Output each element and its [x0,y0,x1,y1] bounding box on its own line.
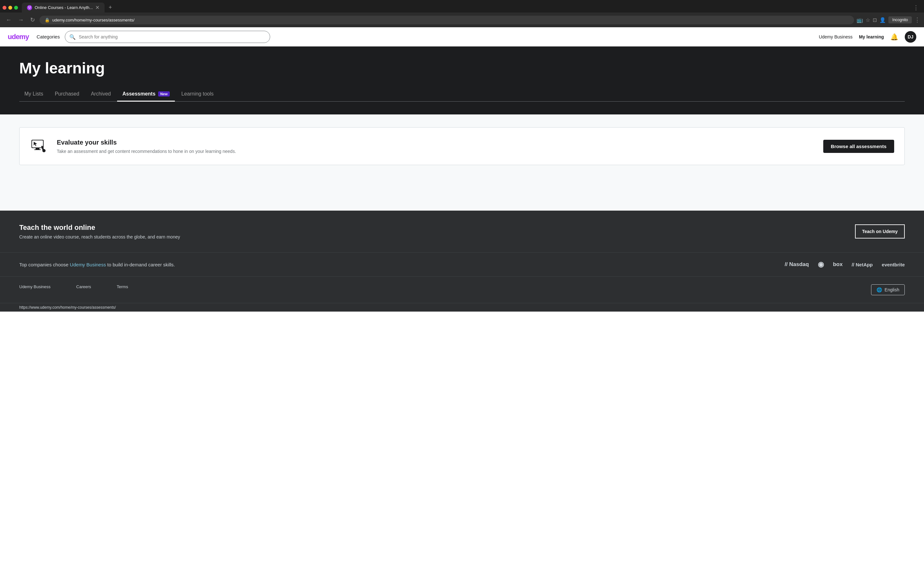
minimize-window-button[interactable] [8,6,12,10]
footer-col-business: Udemy Business [19,284,51,289]
browser-tab-bar: U Online Courses - Learn Anyth... ✕ + ⋮ [0,0,924,13]
notifications-bell[interactable]: 🔔 [890,33,898,41]
footer-teach-title: Teach the world online [19,223,180,232]
language-label: English [885,287,899,292]
language-selector: 🌐 English [871,284,905,295]
svg-rect-3 [34,149,41,150]
page-title: My learning [19,59,905,77]
tab-purchased[interactable]: Purchased [50,87,85,102]
tab-favicon: U [27,5,32,10]
categories-nav[interactable]: Categories [37,34,60,39]
status-url: https://www.udemy.com/home/my-courses/as… [19,305,116,309]
udemy-business-footer-link[interactable]: Udemy Business [70,262,106,268]
footer-link-udemy-business[interactable]: Udemy Business [19,284,51,289]
browser-tab-active[interactable]: U Online Courses - Learn Anyth... ✕ [22,3,105,13]
footer-links-section: Udemy Business Careers Terms 🌐 English [0,276,924,303]
my-learning-link[interactable]: My learning [859,34,884,39]
netapp-logo: // NetApp [851,262,873,268]
maximize-window-button[interactable] [14,6,18,10]
tab-assessments[interactable]: AssessmentsNew [117,87,175,102]
svg-rect-2 [36,148,39,149]
assessment-text: Evaluate your skills Take an assessment … [57,139,816,154]
url-text: udemy.com/home/my-courses/assessments/ [52,18,849,23]
teach-on-udemy-button[interactable]: Teach on Udemy [855,224,905,239]
user-avatar[interactable]: DJ [905,31,916,43]
assessment-card-desc: Take an assessment and get content recom… [57,149,816,154]
search-bar: 🔍 [65,31,270,43]
back-button[interactable]: ← [4,15,13,25]
companies-text-after: to build in-demand career skills. [106,262,175,268]
companies-text-before: Top companies choose [19,262,70,268]
browse-assessments-button[interactable]: Browse all assessments [823,140,894,153]
tabs-bar: My ListsPurchasedArchivedAssessmentsNewL… [19,87,905,102]
tab-badge-assessments: New [158,91,170,97]
udemy-header: udemy Categories 🔍 Udemy Business My lea… [0,27,924,47]
assessment-card: Evaluate your skills Take an assessment … [19,127,905,165]
browser-more-button[interactable]: ⋮ [911,3,921,13]
sidebar-icon[interactable]: ⊡ [873,17,877,23]
main-content: Evaluate your skills Take an assessment … [0,114,924,211]
logo-text: udemy [8,33,29,41]
lock-icon: 🔒 [45,18,50,23]
reload-button[interactable]: ↻ [28,15,37,25]
bookmark-icon[interactable]: ☆ [866,17,870,23]
close-window-button[interactable] [3,6,6,10]
udemy-logo[interactable]: udemy [8,33,29,41]
browser-chrome: U Online Courses - Learn Anyth... ✕ + ⋮ … [0,0,924,27]
toolbar-icons: 📺 ☆ ⊡ 👤 Incognito ⋮ [857,16,920,23]
url-bar[interactable]: 🔒 udemy.com/home/my-courses/assessments/ [39,16,854,24]
profile-icon[interactable]: 👤 [879,17,886,23]
globe-icon: 🌐 [877,287,882,292]
svg-point-5 [42,149,45,152]
assessment-card-title: Evaluate your skills [57,139,816,146]
hero-section: My learning My ListsPurchasedArchivedAss… [0,47,924,114]
menu-icon[interactable]: ⋮ [914,16,920,23]
footer-teach-text: Teach the world online Create an online … [19,223,180,239]
footer-col-careers: Careers [76,284,91,289]
new-tab-button[interactable]: + [106,3,115,12]
footer-teach-section: Teach the world online Create an online … [0,211,924,252]
eventbrite-logo: eventbrite [882,262,905,268]
tab-close-button[interactable]: ✕ [95,5,99,11]
udemy-business-link[interactable]: Udemy Business [819,34,853,39]
incognito-button[interactable]: Incognito [888,16,912,23]
tab-learning-tools[interactable]: Learning tools [176,87,219,102]
cast-icon[interactable]: 📺 [857,17,863,23]
assessment-icon [30,137,49,156]
footer-link-terms[interactable]: Terms [117,284,128,289]
footer-teach-desc: Create an online video course, reach stu… [19,234,180,239]
nasdaq-logo: // Nasdaq [785,261,809,268]
forward-button[interactable]: → [16,15,26,25]
header-right: Udemy Business My learning 🔔 DJ [819,31,916,43]
browser-toolbar: ← → ↻ 🔒 udemy.com/home/my-courses/assess… [0,13,924,27]
company-logos: // Nasdaq ◉ box // NetApp eventbrite [785,260,905,269]
footer-link-careers[interactable]: Careers [76,284,91,289]
search-input[interactable] [65,31,270,43]
footer-col-terms: Terms [117,284,128,289]
tab-title: Online Courses - Learn Anyth... [35,5,93,10]
footer-companies-section: Top companies choose Udemy Business to b… [0,252,924,276]
skills-icon [30,137,49,156]
volkswagen-logo: ◉ [818,260,824,269]
search-icon: 🔍 [69,34,76,40]
footer-companies-text: Top companies choose Udemy Business to b… [19,262,785,268]
status-bar: https://www.udemy.com/home/my-courses/as… [0,303,924,311]
language-button[interactable]: 🌐 English [871,284,905,295]
box-logo: box [833,261,843,268]
tab-my-lists[interactable]: My Lists [19,87,48,102]
tab-archived[interactable]: Archived [86,87,116,102]
traffic-lights [3,6,18,10]
